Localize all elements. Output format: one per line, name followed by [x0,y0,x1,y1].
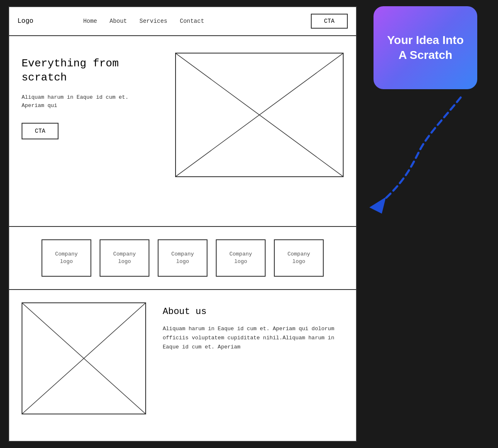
badge-text: Your Idea Into A Scratch [387,33,464,63]
idea-badge: Your Idea Into A Scratch [374,6,477,89]
company-logo-3: Companylogo [158,239,208,277]
dashed-arrow [353,85,486,230]
navbar: Logo Home About Services Contact CTA [9,7,356,36]
hero-section: Everything from scratch Aliquam harum in… [9,36,356,227]
logos-section: Companylogo Companylogo Companylogo Comp… [9,227,356,290]
hero-placeholder-image [175,53,344,177]
about-heading: About us [163,307,344,317]
about-body: Aliquam harum in Eaque id cum et. Aperia… [163,324,344,352]
nav-cta-button[interactable]: CTA [311,14,348,29]
hero-image [175,53,344,214]
nav-link-home[interactable]: Home [83,18,97,24]
about-text: About us Aliquam harum in Eaque id cum e… [163,302,344,352]
hero-text: Everything from scratch Aliquam harum in… [22,53,163,214]
about-section: About us Aliquam harum in Eaque id cum e… [9,290,356,427]
arrow-container [353,85,486,230]
nav-link-contact[interactable]: Contact [180,18,204,24]
company-logo-2: Companylogo [100,239,149,277]
hero-heading: Everything from scratch [22,57,163,85]
svg-marker-4 [369,197,386,214]
wireframe-container: Logo Home About Services Contact CTA Eve… [8,6,357,442]
nav-link-services[interactable]: Services [139,18,167,24]
nav-link-about[interactable]: About [110,18,127,24]
hero-body: Aliquam harum in Eaque id cum et. Aperia… [22,93,163,111]
about-image [22,302,146,414]
company-logo-4: Companylogo [216,239,266,277]
nav-logo: Logo [17,17,33,25]
company-logo-5: Companylogo [274,239,324,277]
nav-links: Home About Services Contact [83,18,310,24]
about-placeholder-image [22,302,146,414]
hero-cta-button[interactable]: CTA [22,123,59,139]
right-panel: Your Idea Into A Scratch [374,6,486,89]
company-logo-1: Companylogo [42,239,91,277]
